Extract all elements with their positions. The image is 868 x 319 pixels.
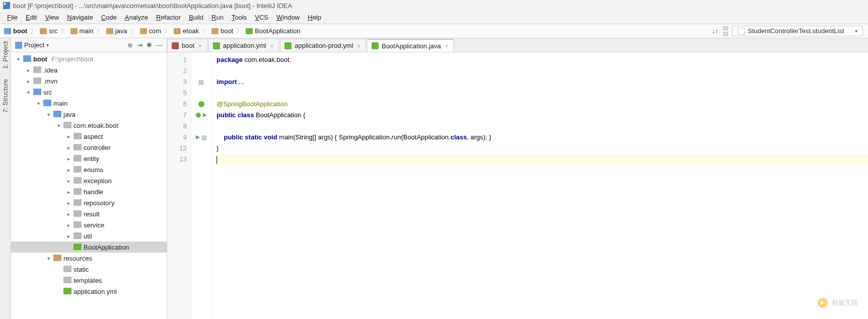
svg-rect-13 (33, 66, 41, 73)
breadcrumb-main[interactable]: main (68, 27, 96, 35)
svg-marker-41 (196, 135, 200, 139)
svg-rect-29 (74, 244, 82, 250)
tab-application-prod-yml[interactable]: application-prod.yml× (280, 39, 366, 52)
svg-rect-24 (74, 188, 82, 195)
svg-rect-31 (63, 266, 71, 272)
tree-application-yml[interactable]: application.yml (11, 286, 167, 297)
tree--idea[interactable]: ▸.idea (11, 64, 167, 75)
run-icon[interactable] (195, 135, 200, 140)
svg-rect-10 (738, 28, 745, 35)
tree-resources[interactable]: ▾resources (11, 253, 167, 264)
menu-run[interactable]: Run (208, 13, 227, 22)
tree-util[interactable]: ▸util (11, 230, 167, 242)
svg-rect-26 (74, 210, 82, 217)
tree-handle[interactable]: ▸handle (11, 186, 167, 197)
svg-marker-40 (203, 113, 207, 117)
menu-help[interactable]: Help (305, 13, 324, 22)
svg-point-38 (198, 101, 204, 107)
tool-structure-tab[interactable]: 7: Structure (2, 79, 9, 113)
close-icon[interactable]: × (445, 43, 448, 49)
tree-exception[interactable]: ▸exception (11, 175, 167, 186)
breadcrumb-com[interactable]: com (138, 27, 164, 35)
tree-src[interactable]: ▾src (11, 87, 167, 98)
tree-reposotory[interactable]: ▸reposotory (11, 197, 167, 208)
tree-aspect[interactable]: ▸aspect (11, 131, 167, 142)
left-gutter: 1: Project 7: Structure (0, 38, 11, 319)
tree-controller[interactable]: ▸controller (11, 142, 167, 153)
tab-boot[interactable]: boot× (167, 39, 207, 52)
hide-icon[interactable]: — (156, 41, 163, 49)
tab-bootapplication-java[interactable]: BootApplication.java× (367, 39, 454, 52)
dl-icon[interactable]: ↓↑ (712, 27, 718, 35)
code-area[interactable]: 123567891213 ⊞ ⊞ package com.etoak.boot;… (167, 52, 868, 319)
menu-view[interactable]: View (42, 13, 62, 22)
tree--mvn[interactable]: ▸.mvn (11, 75, 167, 87)
navbar: boot〉src〉main〉java〉com〉etoak〉boot〉BootAp… (0, 24, 868, 38)
breadcrumb-boot[interactable]: boot (2, 27, 29, 35)
binary-icon[interactable]: 1010 (722, 26, 728, 37)
svg-rect-3 (40, 28, 47, 34)
menu-vcs[interactable]: VCS (252, 13, 271, 22)
spring-icon[interactable] (195, 112, 201, 118)
tree-main[interactable]: ▾main (11, 98, 167, 109)
svg-rect-22 (74, 166, 82, 173)
tab-application-yml[interactable]: application.yml× (208, 39, 279, 52)
breadcrumb-java[interactable]: java (104, 27, 129, 35)
chevron-down-icon[interactable]: ▾ (46, 42, 49, 48)
tree-result[interactable]: ▸result (11, 208, 167, 219)
breadcrumb-bootapplication[interactable]: BootApplication (244, 27, 302, 35)
menu-refactor[interactable]: Refactor (153, 13, 184, 22)
menu-navigate[interactable]: Navigate (64, 13, 96, 22)
tool-project-tab[interactable]: 1: Project (2, 41, 9, 69)
svg-rect-1 (4, 3, 6, 5)
tree-entity[interactable]: ▸entity (11, 153, 167, 164)
svg-rect-2 (4, 28, 11, 34)
menu-analyze[interactable]: Analyze (122, 13, 151, 22)
menu-file[interactable]: File (4, 13, 21, 22)
target-icon[interactable]: ⊕ (127, 41, 133, 49)
collapse-icon[interactable]: ⇥ (137, 41, 142, 49)
tree-enums[interactable]: ▸enums (11, 164, 167, 175)
svg-rect-9 (246, 28, 253, 34)
run-config-selector[interactable]: StudentControllerTest.studentList (732, 26, 863, 36)
tree-service[interactable]: ▸service (11, 219, 167, 230)
svg-rect-19 (74, 133, 82, 139)
svg-rect-20 (74, 144, 82, 150)
svg-rect-25 (74, 199, 82, 206)
menu-build[interactable]: Build (186, 13, 206, 22)
menu-code[interactable]: Code (98, 13, 120, 22)
breadcrumb-etoak[interactable]: etoak (172, 27, 201, 35)
svg-rect-28 (74, 232, 82, 239)
code-lines[interactable]: package com.etoak.boot; import ... @Spri… (211, 52, 868, 319)
close-icon[interactable]: × (270, 43, 273, 49)
svg-rect-32 (63, 277, 71, 283)
close-icon[interactable]: × (357, 43, 360, 49)
settings-icon[interactable]: ✱ (147, 41, 152, 49)
tree-boot[interactable]: ▾bootF:\project\boot (11, 53, 167, 64)
run-icon[interactable] (202, 113, 207, 118)
svg-rect-34 (172, 42, 179, 49)
close-icon[interactable]: × (198, 43, 201, 49)
breadcrumb-boot[interactable]: boot (209, 27, 235, 35)
spring-icon[interactable] (198, 101, 205, 108)
test-icon (738, 28, 745, 35)
menu-edit[interactable]: Edit (23, 13, 40, 22)
menu-window[interactable]: Window (273, 13, 303, 22)
menu-tools[interactable]: Tools (229, 13, 250, 22)
svg-rect-15 (33, 89, 41, 95)
svg-rect-16 (43, 100, 51, 106)
svg-rect-4 (70, 28, 78, 34)
svg-rect-23 (74, 177, 82, 184)
breadcrumb-src[interactable]: src (38, 27, 59, 35)
tree-bootapplication[interactable]: BootApplication (11, 242, 167, 253)
editor-area: boot×application.yml×application-prod.ym… (167, 38, 868, 319)
project-tree[interactable]: ▾bootF:\project\boot▸.idea▸.mvn▾src▾main… (11, 52, 167, 319)
tree-static[interactable]: static (11, 264, 167, 275)
tree-com-etoak-boot[interactable]: ▾com.etoak.boot (11, 120, 167, 131)
svg-rect-30 (53, 255, 61, 261)
tree-templates[interactable]: templates (11, 275, 167, 286)
svg-rect-8 (211, 28, 219, 34)
tree-java[interactable]: ▾java (11, 109, 167, 120)
line-gutter: 123567891213 (167, 52, 191, 319)
title-text: boot [F:\project\boot] - ...\src\main\ja… (13, 2, 292, 10)
